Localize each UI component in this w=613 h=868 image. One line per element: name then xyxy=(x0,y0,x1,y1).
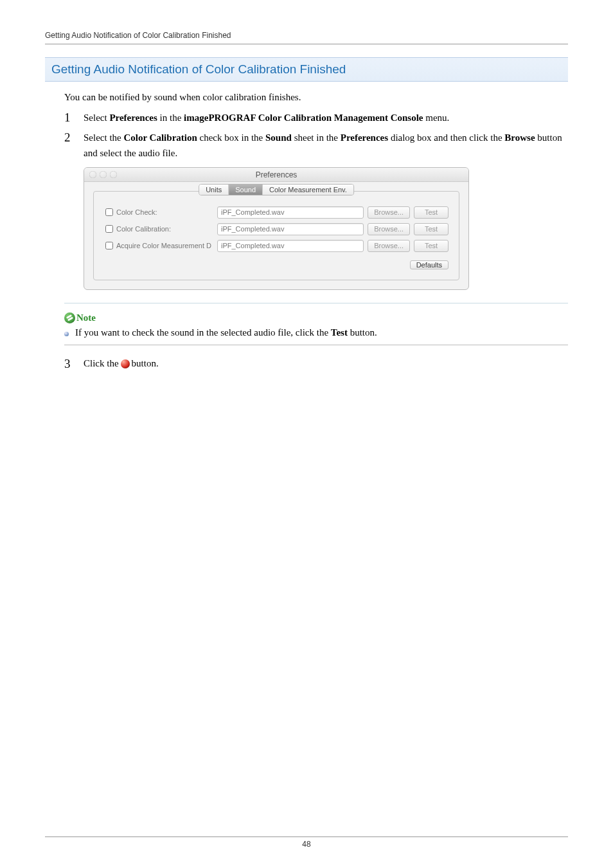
bold: Browse xyxy=(504,132,535,143)
label-color-calibration: Color Calibration: xyxy=(105,225,213,233)
text: dialog box and then click the xyxy=(388,132,504,143)
bold: Preferences xyxy=(341,132,388,143)
close-icon[interactable] xyxy=(89,171,96,178)
step-number: 3 xyxy=(64,357,84,371)
row-color-check: Color Check: iPF_Completed.wav Browse...… xyxy=(105,206,449,219)
test-button[interactable]: Test xyxy=(414,240,449,252)
file-input-acquire[interactable]: iPF_Completed.wav xyxy=(217,240,364,252)
tab-bar: Units Sound Color Measurement Env. xyxy=(199,184,354,195)
test-button[interactable]: Test xyxy=(414,206,449,219)
text: button. xyxy=(132,358,159,369)
browse-button[interactable]: Browse... xyxy=(368,206,410,219)
window-controls xyxy=(89,171,117,178)
label-color-check: Color Check: xyxy=(105,208,213,216)
browse-button[interactable]: Browse... xyxy=(368,240,410,252)
label-text: Color Calibration: xyxy=(116,225,171,233)
close-button-icon xyxy=(121,359,130,368)
minimize-icon[interactable] xyxy=(100,171,107,178)
test-button[interactable]: Test xyxy=(414,223,449,235)
text: Select the xyxy=(84,132,123,143)
checkbox-color-calibration[interactable] xyxy=(105,225,113,233)
dialog-titlebar: Preferences xyxy=(84,168,468,182)
note-heading: Note xyxy=(64,312,568,323)
step-text: Select Preferences in the imagePROGRAF C… xyxy=(84,111,568,125)
bold: Preferences xyxy=(109,113,157,123)
note-icon xyxy=(64,312,75,323)
bold: Sound xyxy=(265,132,292,143)
dialog-fieldset: Units Sound Color Measurement Env. Color… xyxy=(93,191,459,280)
bold: Test xyxy=(331,327,348,338)
text: in the xyxy=(157,113,184,123)
tab-sound[interactable]: Sound xyxy=(229,185,263,195)
text: sheet in the xyxy=(292,132,341,143)
page-header: Getting Audio Notification of Color Cali… xyxy=(45,31,568,44)
step-text: Click the button. xyxy=(84,357,159,371)
bullet-icon xyxy=(64,332,69,336)
step-3: 3 Click the button. xyxy=(45,357,568,371)
bold: imagePROGRAF Color Calibration Managemen… xyxy=(184,113,423,123)
file-input-color-check[interactable]: iPF_Completed.wav xyxy=(217,206,364,219)
step-2: 2 Select the Color Calibration check box… xyxy=(64,131,568,161)
bold: Color Calibration xyxy=(123,132,197,143)
text: Click the xyxy=(84,358,119,369)
text: If you want to check the sound in the se… xyxy=(75,327,331,338)
page-number: 48 xyxy=(302,840,310,849)
text: Select xyxy=(84,113,109,123)
row-color-calibration: Color Calibration: iPF_Completed.wav Bro… xyxy=(105,223,449,235)
checkbox-color-check[interactable] xyxy=(105,208,113,216)
note-item: If you want to check the sound in the se… xyxy=(64,327,568,338)
note-label: Note xyxy=(76,312,96,323)
page-footer: 48 xyxy=(45,836,568,849)
label-text: Acquire Color Measurement D xyxy=(116,242,211,249)
text: menu. xyxy=(423,113,450,123)
dialog-title: Preferences xyxy=(256,170,298,179)
file-input-color-calibration[interactable]: iPF_Completed.wav xyxy=(217,223,364,235)
tab-color-measurement-env[interactable]: Color Measurement Env. xyxy=(263,185,353,195)
tab-units[interactable]: Units xyxy=(199,185,229,195)
section-title: Getting Audio Notification of Color Cali… xyxy=(45,57,568,82)
label-acquire-color-measurement: Acquire Color Measurement D xyxy=(105,242,213,249)
checkbox-acquire-color-measurement[interactable] xyxy=(105,242,113,249)
step-number: 2 xyxy=(64,131,84,161)
preferences-dialog: Preferences Units Sound Color Measuremen… xyxy=(84,167,469,290)
step-text: Select the Color Calibration check box i… xyxy=(84,131,568,161)
note-text: If you want to check the sound in the se… xyxy=(75,327,377,338)
label-text: Color Check: xyxy=(116,208,157,216)
step-1: 1 Select Preferences in the imagePROGRAF… xyxy=(64,111,568,125)
browse-button[interactable]: Browse... xyxy=(368,223,410,235)
divider xyxy=(64,303,568,303)
step-number: 1 xyxy=(64,111,84,125)
divider xyxy=(64,345,568,345)
maximize-icon[interactable] xyxy=(110,171,117,178)
text: check box in the xyxy=(197,132,265,143)
row-acquire-color-measurement: Acquire Color Measurement D iPF_Complete… xyxy=(105,240,449,252)
defaults-button[interactable]: Defaults xyxy=(410,260,449,269)
text: button. xyxy=(348,327,377,338)
lead-text: You can be notified by sound when color … xyxy=(64,92,568,103)
